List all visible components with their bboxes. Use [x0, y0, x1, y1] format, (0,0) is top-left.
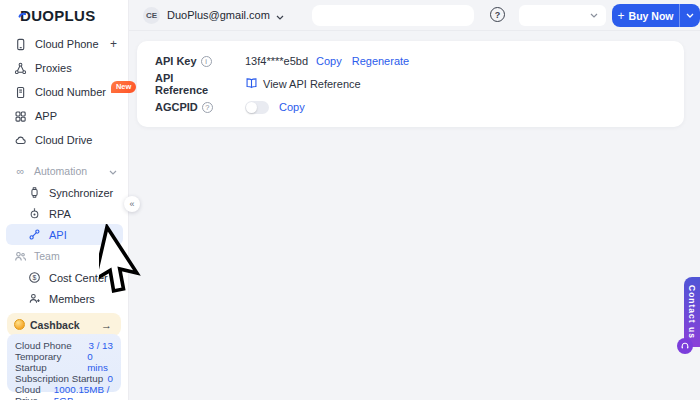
- sidebar-item-label: API: [49, 229, 67, 241]
- contact-us-tab[interactable]: Contact us: [684, 277, 700, 347]
- sidebar-item-label: APP: [35, 110, 57, 122]
- sidebar-item-label: Cloud Phone: [35, 38, 99, 50]
- support-chat-icon[interactable]: [677, 338, 693, 354]
- api-key-label: API Key: [155, 55, 197, 67]
- sidebar-item-app[interactable]: APP: [0, 104, 129, 128]
- coin-icon: [14, 319, 25, 330]
- copy-api-key-link[interactable]: Copy: [316, 55, 342, 67]
- api-reference-row: API Reference View API Reference: [155, 74, 666, 94]
- sidebar-item-cloud-number[interactable]: Cloud Number New: [0, 80, 129, 104]
- sidebar: DUOPLUS Cloud Phone + Proxies Clo: [0, 0, 129, 400]
- stat-row-subscription-startup: Subscription Startup 0: [15, 373, 113, 384]
- new-badge: New: [111, 81, 136, 93]
- svg-text:$: $: [33, 274, 37, 281]
- help-icon[interactable]: ?: [490, 7, 505, 22]
- stat-label: Subscription Startup: [15, 373, 103, 384]
- chevron-down-icon: [109, 165, 117, 177]
- buy-now-dropdown-button[interactable]: [679, 4, 700, 27]
- stat-row-cloud-drive: Cloud Drive 1000.15MB / 5GB: [15, 384, 113, 400]
- api-settings-card: API Key i 13f4****e5bd Copy Regenerate A…: [137, 41, 684, 127]
- language-select[interactable]: [519, 5, 606, 26]
- avatar[interactable]: CE: [143, 7, 160, 24]
- question-icon[interactable]: ?: [202, 102, 213, 113]
- sidebar-item-label: RPA: [49, 208, 71, 220]
- account-email[interactable]: DuoPlus@gmail.com: [167, 9, 270, 21]
- api-icon: [28, 228, 41, 241]
- team-icon: [14, 250, 27, 263]
- topbar: CE DuoPlus@gmail.com ? + Buy Now: [129, 0, 700, 31]
- cloud-drive-icon: [14, 134, 27, 147]
- sidebar-item-cloud-drive[interactable]: Cloud Drive: [0, 128, 129, 152]
- api-key-value: 13f4****e5bd: [245, 55, 308, 67]
- sidebar-item-proxies[interactable]: Proxies: [0, 56, 129, 80]
- sidebar-nav: Cloud Phone + Proxies Cloud Number New: [0, 32, 129, 309]
- sidebar-item-label: Synchronizer: [49, 187, 113, 199]
- brand-logo: DUOPLUS: [20, 7, 95, 23]
- info-icon[interactable]: i: [201, 56, 212, 67]
- sidebar-item-members[interactable]: Members: [0, 288, 129, 309]
- sidebar-item-rpa[interactable]: RPA: [0, 203, 129, 224]
- copy-agcpid-link[interactable]: Copy: [279, 101, 305, 113]
- sidebar-collapse-button[interactable]: «: [124, 196, 140, 212]
- agcpid-toggle[interactable]: [245, 101, 269, 114]
- sidebar-section-team[interactable]: Team: [0, 245, 129, 267]
- nav-divider-space: [0, 152, 129, 160]
- stat-value: 0 mins: [87, 351, 113, 373]
- book-icon: [245, 77, 258, 91]
- members-icon: [28, 292, 41, 305]
- cashback-label: Cashback: [30, 319, 80, 331]
- agcpid-label: AGCPID: [155, 101, 198, 113]
- logo-accent-icon: [18, 7, 27, 23]
- add-cloud-phone-button[interactable]: +: [110, 37, 117, 51]
- sidebar-item-label: Cost Center: [49, 272, 108, 284]
- stat-label: Temporary Startup: [15, 351, 87, 373]
- sidebar-section-label: Automation: [34, 165, 87, 177]
- sidebar-item-label: Members: [49, 293, 95, 305]
- api-key-row: API Key i 13f4****e5bd Copy Regenerate: [155, 51, 666, 71]
- chevron-down-icon: [109, 250, 117, 262]
- agcpid-row: AGCPID ? Copy: [155, 97, 666, 117]
- search-input[interactable]: [312, 5, 474, 26]
- plus-icon: +: [618, 9, 625, 23]
- toggle-knob: [246, 102, 257, 113]
- view-api-reference-link[interactable]: View API Reference: [245, 77, 361, 91]
- stat-value: 0: [108, 373, 113, 384]
- app-grid-icon: [14, 110, 27, 123]
- stat-row-cloud-phone: Cloud Phone 3 / 13: [15, 340, 113, 351]
- sidebar-item-label: Cloud Number: [35, 86, 106, 98]
- cloud-number-icon: [14, 86, 27, 99]
- sidebar-item-api[interactable]: API: [6, 224, 123, 245]
- rpa-icon: [28, 207, 41, 220]
- stat-row-temporary-startup: Temporary Startup 0 mins: [15, 351, 113, 373]
- contact-us-label: Contact us: [687, 285, 697, 339]
- sidebar-item-cloud-phone[interactable]: Cloud Phone +: [0, 32, 129, 56]
- automation-icon: ∞: [14, 165, 27, 178]
- buy-now-button[interactable]: + Buy Now: [612, 4, 700, 27]
- proxies-icon: [14, 62, 27, 75]
- arrow-right-icon: →: [101, 319, 112, 331]
- phone-icon: [14, 38, 27, 51]
- buy-now-label: Buy Now: [629, 10, 674, 22]
- stat-value: 3 / 13: [88, 340, 113, 351]
- synchronizer-icon: [28, 186, 41, 199]
- sidebar-item-cost-center[interactable]: $ Cost Center: [0, 267, 129, 288]
- sidebar-item-label: Proxies: [35, 62, 72, 74]
- regenerate-api-key-link[interactable]: Regenerate: [352, 55, 410, 67]
- sidebar-section-automation[interactable]: ∞ Automation: [0, 160, 129, 182]
- sidebar-item-synchronizer[interactable]: Synchronizer: [0, 182, 129, 203]
- stat-value: 1000.15MB / 5GB: [54, 384, 113, 400]
- usage-stats-panel: Cloud Phone 3 / 13 Temporary Startup 0 m…: [7, 334, 121, 392]
- view-api-reference-label: View API Reference: [263, 78, 361, 90]
- app-window: DUOPLUS Cloud Phone + Proxies Clo: [0, 0, 700, 400]
- cashback-banner[interactable]: Cashback →: [7, 313, 121, 336]
- stat-label: Cloud Phone: [15, 340, 72, 351]
- sidebar-section-label: Team: [34, 250, 60, 262]
- brand-name: DUOPLUS: [20, 7, 95, 23]
- cost-center-icon: $: [28, 271, 41, 284]
- account-chevron-down-icon[interactable]: [276, 6, 284, 24]
- api-reference-label: API Reference: [155, 72, 228, 96]
- sidebar-item-label: Cloud Drive: [35, 134, 92, 146]
- stat-label: Cloud Drive: [15, 384, 54, 400]
